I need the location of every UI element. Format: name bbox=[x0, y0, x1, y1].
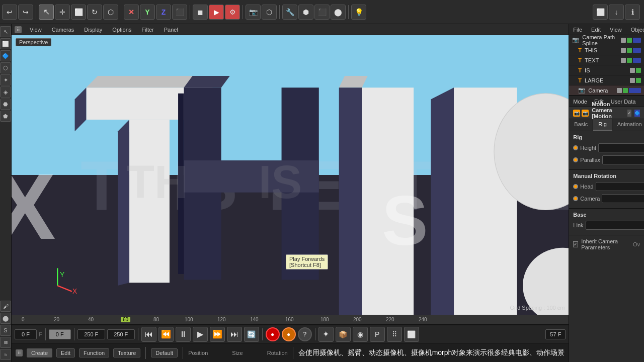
height-radio[interactable] bbox=[573, 145, 578, 150]
tab-animation[interactable]: Animation bbox=[612, 119, 644, 131]
obj-is[interactable]: T IS bbox=[569, 65, 644, 75]
timeline-ruler[interactable]: 0 20 40 60 80 100 120 140 160 180 200 22… bbox=[12, 315, 569, 325]
world-btn[interactable]: ⬛ bbox=[172, 5, 187, 20]
tool-8[interactable]: ⬟ bbox=[0, 111, 11, 122]
go-start-button[interactable]: ⏮ bbox=[141, 327, 156, 342]
tool-select[interactable]: ↖ bbox=[0, 26, 11, 37]
menu-cameras[interactable]: Cameras bbox=[50, 26, 76, 34]
menu-options[interactable]: Options bbox=[110, 26, 133, 34]
tool-6[interactable]: ◈ bbox=[0, 86, 11, 98]
tool-2[interactable]: ⬜ bbox=[0, 38, 11, 49]
play-forward-button[interactable]: ▶ bbox=[193, 327, 208, 342]
loop-button[interactable]: 🔄 bbox=[244, 327, 259, 342]
inherit-check[interactable]: ✓ bbox=[573, 241, 578, 247]
tab-basic[interactable]: Basic bbox=[569, 119, 593, 131]
obj-camera-path[interactable]: 📷 Camera Path Spline bbox=[569, 35, 644, 45]
obj-camera[interactable]: 📷 Camera bbox=[569, 85, 644, 96]
obj-this[interactable]: T THIS bbox=[569, 45, 644, 55]
tool-warp[interactable]: ≈ bbox=[0, 349, 11, 360]
grid-btn[interactable]: ⬛ bbox=[314, 5, 330, 20]
anim-btn[interactable]: ◉ bbox=[353, 327, 368, 342]
redo-button[interactable]: ↪ bbox=[18, 5, 33, 20]
rotate-tool[interactable]: ↻ bbox=[87, 5, 102, 20]
obj-text[interactable]: T TEXT bbox=[569, 55, 644, 65]
next-frame-button[interactable]: ⏩ bbox=[210, 327, 225, 342]
snap2-btn[interactable]: ⬢ bbox=[298, 5, 313, 20]
timeline-controls: F ⏮ ⏪ ⏸ ▶ ⏩ ⏭ 🔄 ● ● ? ✦ 📦 ◉ P bbox=[12, 325, 569, 343]
mode-btn[interactable]: Mode bbox=[571, 98, 589, 106]
tool-7[interactable]: ⬣ bbox=[0, 99, 11, 110]
tab-function[interactable]: Function bbox=[79, 348, 109, 357]
obj-large[interactable]: T LARGE bbox=[569, 75, 644, 85]
tab-default[interactable]: Default bbox=[151, 348, 178, 357]
frame-jump-input[interactable] bbox=[545, 329, 566, 339]
extra-btn[interactable]: ⬜ bbox=[404, 327, 419, 342]
camera-rot-radio[interactable] bbox=[573, 196, 578, 201]
camera-nav[interactable]: 📷 bbox=[246, 5, 261, 20]
tool-paint[interactable]: 🖌 bbox=[0, 301, 11, 312]
menu-panel[interactable]: Panel bbox=[162, 26, 180, 34]
stop-button[interactable]: ⏸ bbox=[176, 327, 191, 342]
height-input[interactable] bbox=[598, 143, 644, 152]
select-tool[interactable]: ↖ bbox=[39, 5, 54, 20]
undo-button[interactable]: ↩ bbox=[2, 5, 17, 20]
right-menu-file[interactable]: File bbox=[571, 26, 584, 34]
viewport-3d[interactable]: THIS TEXT IS LARGE bbox=[12, 35, 569, 315]
motion-btn[interactable]: P bbox=[370, 327, 385, 342]
perspective-btn[interactable]: ⬡ bbox=[262, 5, 277, 20]
tab-create[interactable]: Create bbox=[27, 348, 52, 357]
render-settings-btn[interactable]: ⚙ bbox=[225, 5, 240, 20]
snap-btn[interactable]: 🔧 bbox=[282, 5, 297, 20]
grid-btn[interactable]: ⠿ bbox=[387, 327, 402, 342]
viewport-icon[interactable]: ⬜ bbox=[593, 5, 608, 20]
header-tag[interactable]: 🔷 bbox=[634, 110, 640, 117]
link-input[interactable] bbox=[586, 221, 644, 230]
current-frame-input[interactable] bbox=[15, 329, 37, 339]
menu-view[interactable]: View bbox=[28, 26, 44, 34]
tool-5[interactable]: ✦ bbox=[0, 74, 11, 85]
header-check[interactable]: ✓ bbox=[627, 110, 631, 117]
object-btn[interactable]: ⬤ bbox=[331, 5, 346, 20]
render-region-btn[interactable]: ▶ bbox=[209, 5, 224, 20]
go-end-button[interactable]: ⏭ bbox=[227, 327, 242, 342]
keyframe-btn[interactable]: ✦ bbox=[318, 327, 334, 342]
frame-end-input1[interactable] bbox=[77, 329, 105, 339]
record-btn[interactable]: ● bbox=[266, 327, 280, 341]
menu-bar: ⠿ View Cameras Display Options Filter Pa… bbox=[12, 24, 569, 35]
layer-btn[interactable]: 📦 bbox=[336, 327, 351, 342]
record2-btn[interactable]: ● bbox=[282, 327, 296, 341]
menu-filter[interactable]: Filter bbox=[139, 26, 155, 34]
tool-tex[interactable]: S bbox=[0, 325, 11, 336]
record3-btn[interactable]: ? bbox=[298, 327, 312, 341]
x-axis-btn[interactable]: ✕ bbox=[124, 5, 139, 20]
tool-4[interactable]: ⬡ bbox=[0, 62, 11, 73]
menu-display[interactable]: Display bbox=[82, 26, 104, 34]
render-btn[interactable]: ◼ bbox=[193, 5, 208, 20]
right-menu-view[interactable]: View bbox=[608, 26, 624, 34]
parallax-radio[interactable] bbox=[573, 157, 578, 162]
prev-frame-button[interactable]: ⏪ bbox=[158, 327, 174, 342]
tab-edit[interactable]: Edit bbox=[56, 348, 75, 357]
tool-3[interactable]: 🔷 bbox=[0, 50, 11, 61]
y-axis-btn[interactable]: Y bbox=[140, 5, 155, 20]
tool-sculpt[interactable]: ≋ bbox=[0, 337, 11, 348]
z-axis-btn[interactable]: Z bbox=[156, 5, 171, 20]
head-input1[interactable] bbox=[596, 182, 644, 191]
camera-rot-input1[interactable] bbox=[602, 194, 644, 203]
parallax-input1[interactable] bbox=[602, 155, 644, 164]
right-menu-objects[interactable]: Objects bbox=[629, 26, 644, 34]
frame-start-input[interactable] bbox=[49, 329, 71, 339]
lighting-btn[interactable]: 💡 bbox=[351, 5, 366, 20]
right-menu-edit[interactable]: Edit bbox=[589, 26, 603, 34]
tool-mat[interactable]: ⬤ bbox=[0, 313, 11, 324]
move-tool[interactable]: ✛ bbox=[55, 5, 70, 20]
down-icon[interactable]: ↓ bbox=[609, 5, 624, 20]
head-radio[interactable] bbox=[573, 184, 578, 189]
tab-rig[interactable]: Rig bbox=[593, 119, 612, 131]
transform-tool[interactable]: ⬡ bbox=[103, 5, 118, 20]
frame-end-input2[interactable] bbox=[107, 329, 135, 339]
info-icon[interactable]: ℹ bbox=[625, 5, 640, 20]
tab-texture[interactable]: Texture bbox=[113, 348, 140, 357]
mark-220: 220 bbox=[386, 315, 394, 324]
scale-tool[interactable]: ⬜ bbox=[71, 5, 86, 20]
